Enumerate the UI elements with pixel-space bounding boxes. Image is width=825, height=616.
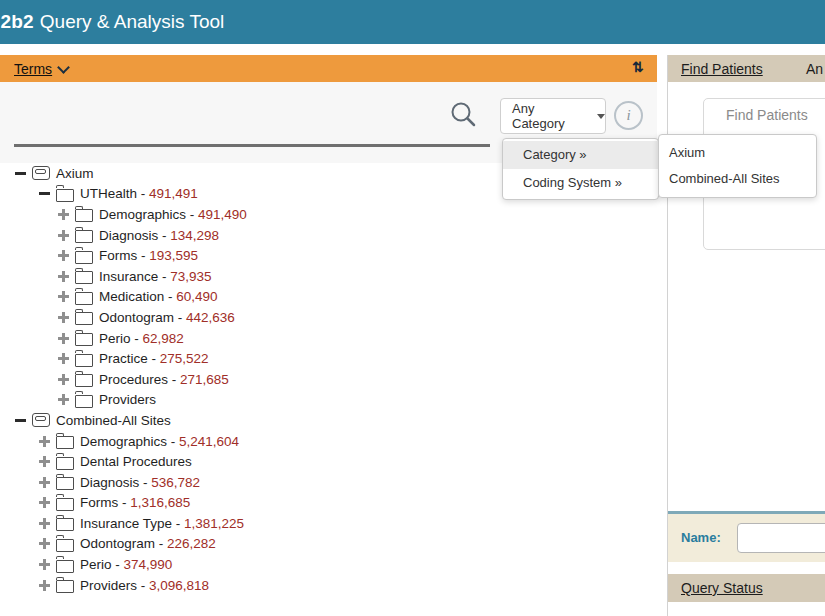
category-filter-button[interactable]: Any Category xyxy=(500,98,606,134)
expand-icon[interactable] xyxy=(57,290,70,303)
tree-item-label: Odontogram - xyxy=(80,536,167,551)
search-icon[interactable] xyxy=(448,99,478,133)
collapse-icon[interactable] xyxy=(14,414,27,427)
expand-icon[interactable] xyxy=(38,496,51,509)
expand-icon[interactable] xyxy=(57,270,70,283)
tree-item-label: Insurance - xyxy=(99,269,170,284)
menu-item-coding-system[interactable]: Coding System » xyxy=(503,169,658,197)
collapse-icon[interactable] xyxy=(14,167,27,180)
tree-item-count: 374,990 xyxy=(124,557,173,572)
search-underline xyxy=(14,144,490,147)
expand-icon[interactable] xyxy=(38,517,51,530)
query-name-label: Name: xyxy=(681,530,721,545)
terms-panel-header: Terms ⇅ xyxy=(0,55,657,82)
tree-item-forms[interactable]: Forms - 1,316,685 xyxy=(0,493,657,514)
tree-item-providers[interactable]: Providers xyxy=(0,390,657,411)
expand-icon[interactable] xyxy=(57,393,70,406)
tree-item-odontogram[interactable]: Odontogram - 442,636 xyxy=(0,307,657,328)
expand-icon[interactable] xyxy=(57,208,70,221)
tree-item-label: Combined-All Sites xyxy=(56,413,171,428)
menu-analysis-tools-clipped[interactable]: An xyxy=(806,61,823,77)
expand-icon[interactable] xyxy=(57,332,70,345)
tree-item-label: Demographics - xyxy=(99,207,198,222)
tree-item-label: Odontogram - xyxy=(99,310,186,325)
tree-item-label: Diagnosis - xyxy=(99,228,170,243)
tree-item-count: 73,935 xyxy=(170,269,211,284)
tree-item-count: 226,282 xyxy=(167,536,216,551)
tree-item-label: Dental Procedures xyxy=(80,454,192,469)
query-status-link[interactable]: Query Status xyxy=(681,580,763,596)
app-header: i2b2 Query & Analysis Tool xyxy=(0,0,825,44)
tree-item-label: UTHealth - xyxy=(80,186,149,201)
expand-icon[interactable] xyxy=(38,579,51,592)
search-input[interactable] xyxy=(14,102,448,144)
tree-item-count: 1,381,225 xyxy=(184,516,244,531)
info-icon[interactable]: i xyxy=(614,101,643,130)
tree-item-count: 1,316,685 xyxy=(130,495,190,510)
submenu-item-axium[interactable]: Axium xyxy=(659,140,816,166)
expand-icon[interactable] xyxy=(57,373,70,386)
tree-item-forms[interactable]: Forms - 193,595 xyxy=(0,245,657,266)
chevron-down-icon xyxy=(57,61,70,74)
caret-down-icon xyxy=(597,114,605,119)
tree-item-procedures[interactable]: Procedures - 271,685 xyxy=(0,369,657,390)
tree-item-demographics[interactable]: Demographics - 5,241,604 xyxy=(0,431,657,452)
collapse-icon[interactable] xyxy=(38,187,51,200)
tree-item-medication[interactable]: Medication - 60,490 xyxy=(0,287,657,308)
terms-menu-link[interactable]: Terms xyxy=(14,61,52,77)
tree-item-practice[interactable]: Practice - 275,522 xyxy=(0,348,657,369)
submenu-item-combined-all-sites[interactable]: Combined-All Sites xyxy=(659,166,816,192)
tree-item-label: Providers xyxy=(99,392,156,407)
tree-item-count: 275,522 xyxy=(160,351,209,366)
tree-item-count: 60,490 xyxy=(176,289,217,304)
tree-item-count: 536,782 xyxy=(151,475,200,490)
tree-item-diagnosis[interactable]: Diagnosis - 536,782 xyxy=(0,472,657,493)
expand-icon[interactable] xyxy=(38,455,51,468)
tree-item-perio[interactable]: Perio - 62,982 xyxy=(0,328,657,349)
expand-icon[interactable] xyxy=(38,558,51,571)
tree-item-count: 271,685 xyxy=(180,372,229,387)
category-filter-label: Any Category xyxy=(512,101,589,131)
tree-item-insurance[interactable]: Insurance - 73,935 xyxy=(0,266,657,287)
expand-icon[interactable] xyxy=(38,435,51,448)
panel-resize-icon[interactable]: ⇅ xyxy=(632,59,644,75)
tree-item-count: 134,298 xyxy=(170,228,219,243)
tree-item-label: Practice - xyxy=(99,351,160,366)
tree-item-demographics[interactable]: Demographics - 491,490 xyxy=(0,204,657,225)
folder-icon xyxy=(75,354,93,367)
folder-icon xyxy=(75,271,93,284)
folder-icon xyxy=(75,333,93,346)
folder-icon xyxy=(75,395,93,408)
tree-item-insurance-type[interactable]: Insurance Type - 1,381,225 xyxy=(0,513,657,534)
tree-item-label: Providers - xyxy=(80,578,149,593)
expand-icon[interactable] xyxy=(38,476,51,489)
tree-item-perio[interactable]: Perio - 374,990 xyxy=(0,554,657,575)
menu-item-category[interactable]: Category » xyxy=(503,141,658,169)
folder-icon xyxy=(56,518,74,531)
page-title: Query & Analysis Tool xyxy=(40,11,224,33)
right-panel-menubar: Find Patients An xyxy=(668,55,825,82)
folder-icon xyxy=(75,292,93,305)
tree-item-count: 491,491 xyxy=(149,186,198,201)
expand-icon[interactable] xyxy=(38,537,51,550)
expand-icon[interactable] xyxy=(57,249,70,262)
expand-icon[interactable] xyxy=(57,352,70,365)
tree-item-diagnosis[interactable]: Diagnosis - 134,298 xyxy=(0,225,657,246)
tree-item-providers[interactable]: Providers - 3,096,818 xyxy=(0,575,657,596)
cabinet-icon xyxy=(32,413,50,427)
tree-item-label: Diagnosis - xyxy=(80,475,151,490)
folder-icon xyxy=(75,374,93,387)
menu-find-patients[interactable]: Find Patients xyxy=(681,61,763,77)
expand-icon[interactable] xyxy=(57,311,70,324)
i2b2-app: i2b2 Query & Analysis Tool Terms ⇅ Any C… xyxy=(0,0,825,616)
tree-item-odontogram[interactable]: Odontogram - 226,282 xyxy=(0,534,657,555)
query-name-input[interactable] xyxy=(737,523,825,553)
tree-item-label: Axium xyxy=(56,166,94,181)
tab-find-patients[interactable]: Find Patients xyxy=(726,107,825,123)
query-status-bar: Query Status xyxy=(668,574,825,602)
expand-icon[interactable] xyxy=(57,229,70,242)
tree-item-dental-procedures[interactable]: Dental Procedures xyxy=(0,451,657,472)
tree-item-combined-all-sites[interactable]: Combined-All Sites xyxy=(0,410,657,431)
folder-icon xyxy=(56,457,74,470)
query-name-bar: Name: xyxy=(668,514,825,562)
